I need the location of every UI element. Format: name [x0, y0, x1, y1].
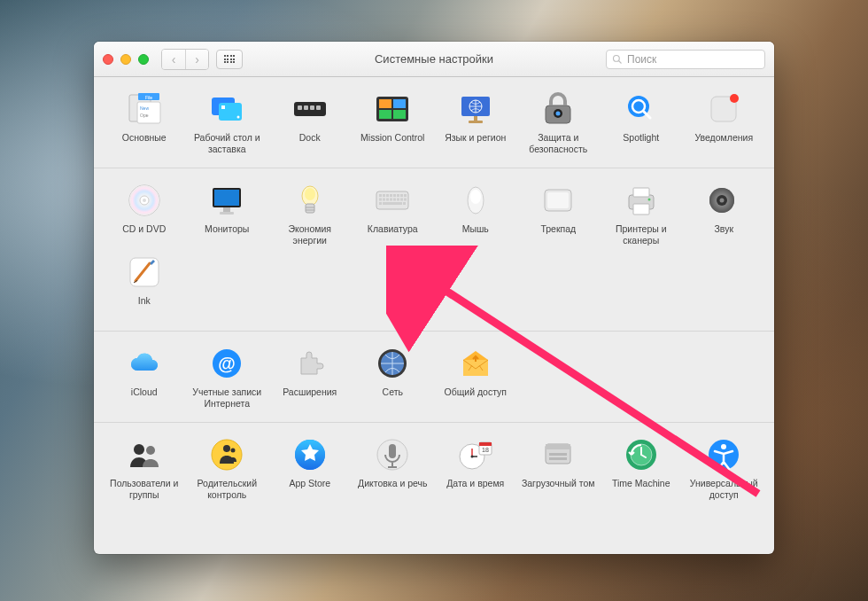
pref-item-label: CD и DVD — [122, 223, 166, 246]
pref-item-timemachine[interactable]: Time Machine — [600, 435, 683, 503]
pref-item-label: Защита и безопасность — [520, 132, 596, 155]
forward-button[interactable]: › — [185, 50, 208, 69]
svg-rect-94 — [389, 444, 396, 458]
section-system: Пользователи и группыРодительский контро… — [94, 423, 774, 513]
pref-item-icloud[interactable]: iCloud — [103, 344, 186, 411]
pref-item-extensions[interactable]: Расширения — [268, 344, 352, 411]
pref-item-desktop[interactable]: Рабочий стол и заставка — [186, 90, 269, 157]
pref-item-keyboard[interactable]: Клавиатура — [352, 181, 435, 248]
svg-rect-103 — [546, 444, 570, 449]
startup-icon — [540, 437, 576, 472]
pref-item-label: Родительский контроль — [189, 478, 265, 501]
back-button[interactable]: ‹ — [162, 50, 185, 69]
pref-item-printers[interactable]: Принтеры и сканеры — [600, 181, 683, 248]
pref-item-energy[interactable]: Экономия энергии — [268, 181, 352, 248]
dock-icon — [292, 91, 328, 127]
pref-item-accounts[interactable]: @Учетные записи Интернета — [186, 344, 269, 411]
svg-point-11 — [237, 116, 240, 119]
pref-item-ink[interactable]: Ink — [103, 253, 186, 320]
pref-item-label: Трекпад — [540, 223, 576, 246]
svg-text:New: New — [140, 105, 149, 111]
svg-point-78 — [720, 199, 725, 203]
dictation-icon — [375, 437, 410, 472]
pref-item-notifications[interactable]: Уведомления — [683, 90, 766, 157]
pref-item-cddvd[interactable]: CD и DVD — [103, 181, 186, 248]
svg-point-86 — [146, 446, 155, 455]
accessibility-icon — [706, 437, 741, 472]
pref-item-label: Экономия энергии — [272, 223, 348, 246]
svg-point-37 — [143, 199, 146, 202]
pref-item-datetime[interactable]: 18Дата и время — [434, 435, 517, 503]
svg-point-110 — [721, 444, 726, 449]
keyboard-icon — [375, 183, 410, 218]
svg-point-68 — [470, 190, 481, 204]
svg-rect-13 — [298, 105, 302, 110]
pref-item-mouse[interactable]: Мышь — [434, 181, 517, 248]
general-icon: FileNewOpe — [127, 91, 162, 127]
svg-rect-100 — [479, 442, 492, 446]
show-all-button[interactable] — [216, 50, 243, 69]
pref-item-network[interactable]: Сеть — [352, 344, 435, 411]
section-personal: FileNewOpeОсновныеРабочий стол и заставк… — [94, 77, 774, 168]
pref-item-label: Расширения — [283, 386, 337, 410]
svg-rect-48 — [379, 194, 382, 197]
svg-rect-59 — [390, 199, 392, 201]
parental-icon — [209, 437, 244, 472]
svg-rect-64 — [383, 202, 402, 205]
pref-item-accessibility[interactable]: Универсальный доступ — [683, 435, 766, 503]
pref-item-label: Уведомления — [694, 132, 753, 155]
pref-item-spotlight[interactable]: Spotlight — [600, 90, 683, 157]
displays-icon — [209, 183, 244, 218]
pref-item-startup[interactable]: Загрузочный том — [517, 435, 601, 503]
pref-item-label: Общий доступ — [444, 386, 507, 410]
pref-item-dictation[interactable]: Диктовка и речь — [352, 435, 435, 503]
spotlight-icon — [624, 91, 659, 127]
svg-rect-58 — [386, 199, 389, 201]
svg-rect-10 — [221, 105, 225, 109]
pref-item-appstore[interactable]: App Store — [268, 435, 352, 503]
svg-text:Ope: Ope — [140, 113, 149, 118]
pref-item-security[interactable]: Защита и безопасность — [517, 90, 601, 157]
search-input[interactable]: Поиск — [606, 50, 765, 69]
pref-item-general[interactable]: FileNewOpeОсновные — [103, 90, 186, 157]
svg-rect-15 — [310, 105, 314, 110]
pref-item-label: Mission Control — [360, 132, 424, 155]
sharing-icon — [458, 346, 493, 381]
pref-item-sharing[interactable]: Общий доступ — [434, 344, 517, 411]
icloud-icon — [127, 346, 162, 381]
svg-rect-66 — [403, 202, 406, 205]
pref-item-sound[interactable]: Звук — [683, 181, 766, 248]
svg-rect-16 — [316, 105, 321, 110]
svg-rect-104 — [549, 453, 567, 456]
pref-item-dock[interactable]: Dock — [268, 90, 352, 157]
svg-text:@: @ — [218, 354, 236, 373]
pref-item-label: Диктовка и речь — [358, 478, 427, 501]
pref-item-mission[interactable]: Mission Control — [352, 90, 435, 157]
ink-icon — [127, 254, 162, 290]
pref-item-language[interactable]: Язык и регион — [434, 90, 517, 157]
pref-item-parental[interactable]: Родительский контроль — [186, 435, 269, 503]
pref-item-users[interactable]: Пользователи и группы — [103, 435, 186, 503]
svg-rect-18 — [379, 99, 391, 108]
notifications-icon — [706, 91, 741, 127]
svg-rect-57 — [383, 199, 385, 201]
pref-item-label: Ink — [138, 295, 151, 318]
zoom-button[interactable] — [138, 54, 149, 65]
svg-rect-63 — [404, 199, 407, 201]
minimize-button[interactable] — [120, 54, 131, 65]
pref-item-label: Клавиатура — [368, 223, 418, 246]
pref-item-label: Учетные записи Интернета — [189, 386, 265, 410]
mouse-icon — [458, 183, 493, 218]
pref-item-label: Универсальный доступ — [686, 478, 762, 501]
svg-point-98 — [470, 455, 473, 457]
svg-rect-25 — [469, 121, 483, 123]
svg-rect-105 — [549, 457, 567, 460]
cddvd-icon — [127, 183, 162, 218]
section-hardware: CD и DVDМониторыЭкономия энергииКлавиату… — [94, 168, 774, 331]
section-internet: iCloud@Учетные записи ИнтернетаРасширени… — [94, 332, 774, 423]
pref-item-displays[interactable]: Мониторы — [186, 181, 269, 248]
svg-point-85 — [134, 444, 144, 455]
close-button[interactable] — [103, 54, 113, 65]
svg-rect-20 — [379, 110, 391, 119]
pref-item-trackpad[interactable]: Трекпад — [517, 181, 601, 248]
